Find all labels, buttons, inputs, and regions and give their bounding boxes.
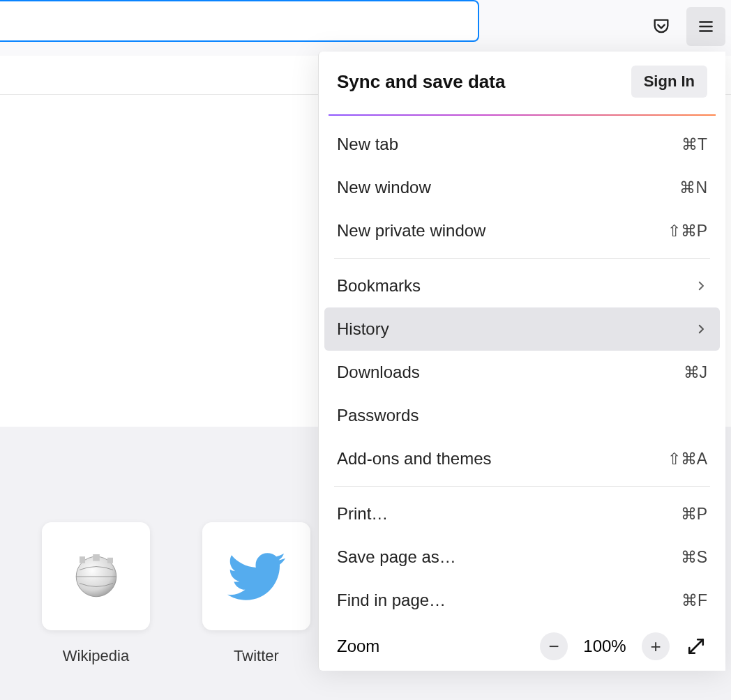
plus-icon: + — [650, 636, 661, 657]
svg-rect-5 — [93, 554, 100, 561]
shortcut-tile-wikipedia[interactable] — [42, 522, 150, 630]
menu-item-zoom: Zoom − 100% + — [324, 622, 720, 671]
menu-item-label: History — [337, 319, 389, 339]
zoom-percent: 100% — [580, 637, 629, 656]
menu-list: New tab ⌘T New window ⌘N New private win… — [319, 116, 725, 671]
menu-item-shortcut: ⌘S — [681, 548, 707, 567]
menu-separator — [334, 486, 710, 487]
sync-title: Sync and save data — [337, 71, 505, 93]
menu-item-label: New private window — [337, 221, 485, 241]
menu-item-label: New tab — [337, 135, 398, 154]
menu-item-shortcut: ⇧⌘P — [668, 222, 707, 241]
menu-item-print[interactable]: Print… ⌘P — [324, 492, 720, 535]
browser-toolbar — [0, 0, 731, 52]
menu-item-new-private-window[interactable]: New private window ⇧⌘P — [324, 209, 720, 252]
menu-item-shortcut: ⌘N — [679, 178, 707, 197]
app-menu-button[interactable] — [686, 7, 725, 46]
url-bar[interactable] — [0, 0, 479, 42]
wikipedia-icon — [68, 549, 124, 604]
chevron-right-icon — [695, 280, 707, 292]
menu-item-shortcut: ⌘J — [684, 363, 708, 382]
minus-icon: − — [548, 636, 559, 657]
menu-item-label: Print… — [337, 504, 388, 524]
fullscreen-button[interactable] — [682, 632, 710, 660]
pocket-button[interactable] — [645, 10, 678, 43]
fullscreen-icon — [687, 637, 705, 655]
menu-item-passwords[interactable]: Passwords — [324, 394, 720, 437]
chevron-right-icon — [695, 323, 707, 335]
zoom-controls: − 100% + — [540, 632, 710, 660]
pocket-icon — [651, 17, 671, 36]
menu-item-label: Bookmarks — [337, 276, 421, 296]
sign-in-button[interactable]: Sign In — [631, 66, 707, 98]
menu-item-shortcut: ⇧⌘A — [668, 450, 707, 469]
menu-item-label: Find in page… — [337, 591, 446, 610]
menu-item-label: Downloads — [337, 363, 420, 382]
menu-item-label: Passwords — [337, 406, 419, 425]
hamburger-icon — [697, 17, 715, 36]
menu-item-shortcut: ⌘F — [681, 591, 707, 610]
twitter-icon — [225, 545, 288, 608]
shortcut-label-twitter: Twitter — [202, 647, 310, 665]
app-menu-panel: Sync and save data Sign In New tab ⌘T Ne… — [318, 52, 725, 671]
shortcut-label-wikipedia: Wikipedia — [42, 647, 150, 665]
zoom-in-button[interactable]: + — [642, 632, 670, 660]
menu-item-downloads[interactable]: Downloads ⌘J — [324, 351, 720, 394]
svg-rect-4 — [80, 556, 85, 563]
menu-item-find[interactable]: Find in page… ⌘F — [324, 579, 720, 622]
sync-row: Sync and save data Sign In — [319, 52, 725, 103]
menu-item-bookmarks[interactable]: Bookmarks — [324, 264, 720, 307]
menu-item-label: Add-ons and themes — [337, 449, 491, 469]
menu-item-shortcut: ⌘P — [681, 505, 707, 524]
zoom-out-button[interactable]: − — [540, 632, 568, 660]
menu-item-label: New window — [337, 178, 431, 197]
shortcut-tile-twitter[interactable] — [202, 522, 310, 630]
toolbar-actions — [645, 7, 725, 46]
svg-line-7 — [689, 639, 703, 653]
menu-item-history[interactable]: History — [324, 307, 720, 351]
menu-item-shortcut: ⌘T — [681, 135, 707, 154]
menu-item-addons[interactable]: Add-ons and themes ⇧⌘A — [324, 437, 720, 480]
svg-rect-6 — [107, 557, 113, 563]
menu-item-new-window[interactable]: New window ⌘N — [324, 166, 720, 209]
menu-separator — [334, 258, 710, 259]
zoom-label: Zoom — [337, 637, 379, 656]
menu-item-save-page[interactable]: Save page as… ⌘S — [324, 535, 720, 579]
menu-item-label: Save page as… — [337, 547, 456, 567]
menu-item-new-tab[interactable]: New tab ⌘T — [324, 123, 720, 166]
